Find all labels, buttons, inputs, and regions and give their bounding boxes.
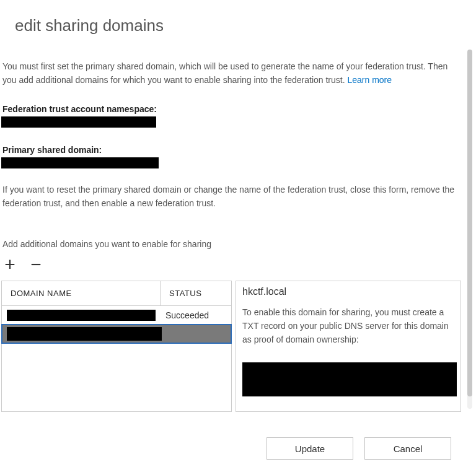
namespace-value-redacted (1, 116, 156, 128)
table-row[interactable]: Succeeded (2, 306, 231, 325)
domain-name-redacted (7, 310, 156, 321)
dialog-footer: Update Cancel (0, 437, 462, 460)
domain-name-redacted (7, 327, 162, 341)
add-domains-label: Add additional domains you want to enabl… (2, 238, 459, 251)
page-title: edit sharing domains (15, 16, 461, 35)
cell-domain-name (2, 325, 161, 343)
cancel-button[interactable]: Cancel (364, 437, 451, 460)
scrollbar-thumb[interactable] (467, 50, 472, 396)
primary-domain-value-redacted (1, 157, 159, 168)
col-status[interactable]: STATUS (161, 281, 231, 305)
txt-record-redacted (242, 362, 457, 396)
primary-domain-label: Primary shared domain: (2, 145, 461, 155)
table-header: DOMAIN NAME STATUS (2, 281, 231, 306)
detail-domain-title: hkctf.local (242, 286, 454, 297)
domains-table: DOMAIN NAME STATUS Succeeded (1, 281, 232, 412)
add-domain-button[interactable]: + (1, 256, 19, 273)
col-domain-name[interactable]: DOMAIN NAME (2, 281, 161, 305)
domain-toolbar: + − (1, 256, 461, 273)
intro-text: You must first set the primary shared do… (2, 60, 459, 87)
reset-note: If you want to reset the primary shared … (2, 183, 459, 210)
vertical-scrollbar[interactable] (467, 50, 472, 409)
domain-detail-panel: hkctf.local To enable this domain for sh… (236, 281, 461, 412)
table-row[interactable] (2, 325, 231, 343)
update-button[interactable]: Update (267, 437, 353, 460)
cell-status (161, 331, 231, 336)
detail-instructions: To enable this domain for sharing, you m… (242, 306, 454, 346)
cell-domain-name (2, 307, 161, 323)
learn-more-link[interactable]: Learn more (347, 75, 392, 85)
cell-status: Succeeded (161, 308, 231, 323)
remove-domain-button[interactable]: − (27, 256, 45, 273)
namespace-label: Federation trust account namespace: (2, 104, 461, 114)
